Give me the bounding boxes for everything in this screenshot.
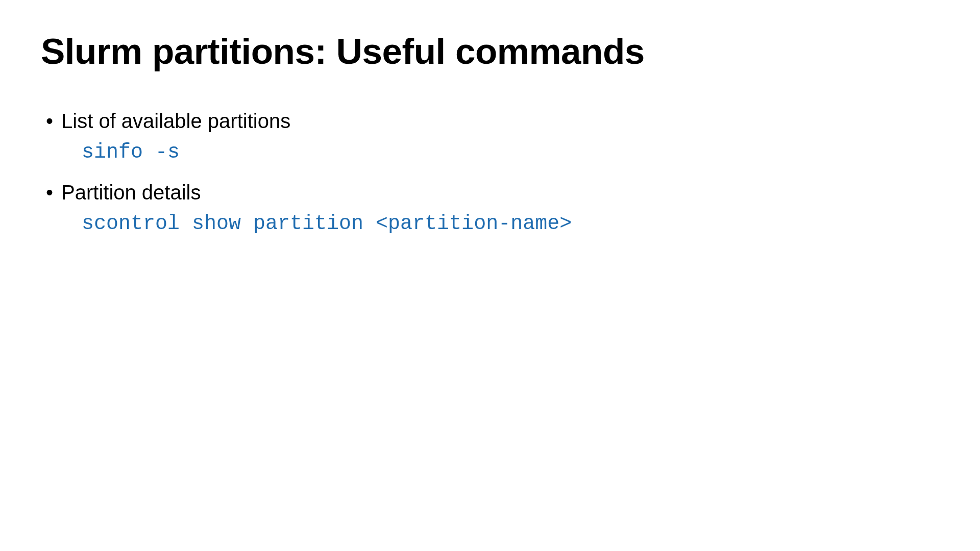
slide-title: Slurm partitions: Useful commands (41, 31, 939, 72)
slide-content: • List of available partitions sinfo -s … (41, 108, 939, 238)
command-text: sinfo -s (82, 138, 939, 167)
bullet-item: • Partition details (46, 179, 939, 206)
command-text: scontrol show partition <partition-name> (82, 210, 939, 238)
bullet-marker: • (46, 179, 53, 206)
bullet-item: • List of available partitions (46, 108, 939, 134)
bullet-text: Partition details (61, 179, 201, 206)
bullet-text: List of available partitions (61, 108, 290, 134)
bullet-marker: • (46, 108, 53, 134)
